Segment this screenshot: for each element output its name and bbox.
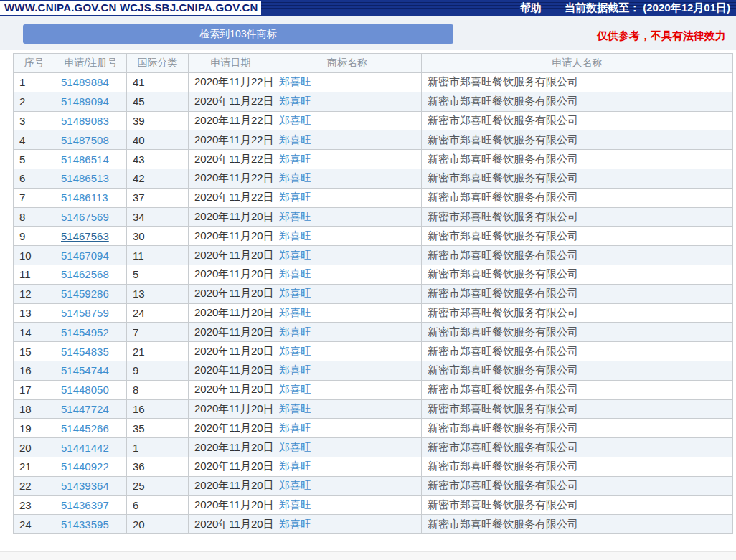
mark-name-link[interactable]: 郑喜旺 bbox=[279, 383, 311, 395]
reg-number-link[interactable]: 51489884 bbox=[61, 76, 109, 88]
table-row: 2 51489094 45 2020年11月22日 郑喜旺 新密市郑喜旺餐饮服务… bbox=[14, 92, 733, 111]
reg-number-link[interactable]: 51454835 bbox=[61, 346, 109, 358]
mark-name-link[interactable]: 郑喜旺 bbox=[279, 75, 311, 87]
reg-number-link[interactable]: 51441442 bbox=[61, 442, 109, 454]
results-band: 检索到103件商标 仅供参考，不具有法律效力 bbox=[0, 16, 736, 50]
mark-name-cell: 郑喜旺 bbox=[273, 265, 422, 284]
reg-number-link[interactable]: 51459286 bbox=[61, 288, 109, 300]
intl-class-cell: 36 bbox=[127, 457, 189, 476]
reg-number-link[interactable]: 51448050 bbox=[61, 384, 109, 396]
reg-number-link[interactable]: 51454952 bbox=[61, 326, 109, 338]
mark-name-cell: 郑喜旺 bbox=[273, 169, 422, 188]
mark-name-link[interactable]: 郑喜旺 bbox=[279, 153, 311, 165]
intl-class-cell: 16 bbox=[127, 399, 189, 419]
applicant-cell: 新密市郑喜旺餐饮服务有限公司 bbox=[422, 207, 733, 227]
mark-name-link[interactable]: 郑喜旺 bbox=[279, 518, 311, 530]
table-row: 20 51441442 1 2020年11月20日 郑喜旺 新密市郑喜旺餐饮服务… bbox=[14, 438, 733, 457]
reg-number-link[interactable]: 51439364 bbox=[61, 480, 109, 492]
mark-name-cell: 郑喜旺 bbox=[273, 92, 422, 111]
reg-number-link[interactable]: 51440922 bbox=[61, 460, 109, 473]
reg-number-link[interactable]: 51462568 bbox=[61, 268, 109, 280]
reg-number-link[interactable]: 51489083 bbox=[61, 115, 109, 127]
mark-name-link[interactable]: 郑喜旺 bbox=[279, 460, 311, 472]
intl-class-cell: 37 bbox=[127, 188, 189, 207]
index-cell: 21 bbox=[14, 457, 55, 476]
mark-name-cell: 郑喜旺 bbox=[273, 361, 422, 380]
app-date-cell: 2020年11月22日 bbox=[189, 150, 273, 169]
help-link[interactable]: 帮助 bbox=[520, 1, 542, 15]
mark-name-link[interactable]: 郑喜旺 bbox=[279, 326, 311, 338]
mark-name-link[interactable]: 郑喜旺 bbox=[279, 114, 311, 126]
reg-number-link[interactable]: 51445266 bbox=[61, 422, 109, 435]
reg-number-link[interactable]: 51447724 bbox=[61, 403, 109, 415]
applicant-cell: 新密市郑喜旺餐饮服务有限公司 bbox=[422, 73, 733, 92]
mark-name-link[interactable]: 郑喜旺 bbox=[279, 210, 311, 222]
reg-number-link[interactable]: 51467094 bbox=[61, 250, 109, 262]
table-row: 17 51448050 8 2020年11月20日 郑喜旺 新密市郑喜旺餐饮服务… bbox=[14, 380, 733, 399]
app-date-cell: 2020年11月22日 bbox=[189, 188, 273, 207]
table-row: 14 51454952 7 2020年11月20日 郑喜旺 新密市郑喜旺餐饮服务… bbox=[14, 323, 733, 342]
app-date-cell: 2020年11月20日 bbox=[189, 438, 273, 457]
index-cell: 13 bbox=[14, 303, 55, 323]
reg-number-link[interactable]: 51489094 bbox=[61, 95, 109, 108]
intl-class-cell: 20 bbox=[127, 515, 189, 534]
mark-name-link[interactable]: 郑喜旺 bbox=[279, 287, 311, 299]
intl-class-cell: 5 bbox=[127, 265, 189, 284]
app-date-cell: 2020年11月20日 bbox=[189, 303, 273, 323]
table-row: 9 51467563 30 2020年11月20日 郑喜旺 新密市郑喜旺餐饮服务… bbox=[14, 227, 733, 246]
table-row: 4 51487508 40 2020年11月22日 郑喜旺 新密市郑喜旺餐饮服务… bbox=[14, 130, 733, 150]
index-cell: 22 bbox=[14, 476, 55, 495]
mark-name-link[interactable]: 郑喜旺 bbox=[279, 441, 311, 453]
mark-name-cell: 郑喜旺 bbox=[273, 111, 422, 130]
mark-name-link[interactable]: 郑喜旺 bbox=[279, 364, 311, 376]
mark-name-link[interactable]: 郑喜旺 bbox=[279, 133, 311, 146]
mark-name-cell: 郑喜旺 bbox=[273, 130, 422, 150]
mark-name-link[interactable]: 郑喜旺 bbox=[279, 306, 311, 318]
mark-name-link[interactable]: 郑喜旺 bbox=[279, 191, 311, 203]
mark-name-link[interactable]: 郑喜旺 bbox=[279, 249, 311, 261]
reg-number-link[interactable]: 51487508 bbox=[61, 134, 109, 146]
applicant-cell: 新密市郑喜旺餐饮服务有限公司 bbox=[422, 380, 733, 399]
reg-number-cell: 51486513 bbox=[55, 169, 127, 188]
intl-class-cell: 43 bbox=[127, 150, 189, 169]
reg-number-link[interactable]: 51486113 bbox=[61, 191, 108, 204]
reg-number-link[interactable]: 51454744 bbox=[61, 364, 109, 376]
app-date-cell: 2020年11月22日 bbox=[189, 92, 273, 111]
reg-number-link[interactable]: 51433595 bbox=[61, 518, 109, 531]
table-row: 8 51467569 34 2020年11月20日 郑喜旺 新密市郑喜旺餐饮服务… bbox=[14, 207, 733, 227]
mark-name-cell: 郑喜旺 bbox=[273, 380, 422, 399]
mark-name-cell: 郑喜旺 bbox=[273, 303, 422, 323]
reg-number-link[interactable]: 51467563 bbox=[61, 230, 109, 242]
mark-name-link[interactable]: 郑喜旺 bbox=[279, 498, 311, 511]
applicant-cell: 新密市郑喜旺餐饮服务有限公司 bbox=[422, 495, 733, 515]
mark-name-link[interactable]: 郑喜旺 bbox=[279, 171, 311, 184]
app-date-cell: 2020年11月20日 bbox=[189, 457, 273, 476]
index-cell: 16 bbox=[14, 361, 55, 380]
applicant-cell: 新密市郑喜旺餐饮服务有限公司 bbox=[422, 188, 733, 207]
applicant-cell: 新密市郑喜旺餐饮服务有限公司 bbox=[422, 303, 733, 323]
intl-class-cell: 34 bbox=[127, 207, 189, 227]
intl-class-cell: 39 bbox=[127, 111, 189, 130]
applicant-cell: 新密市郑喜旺餐饮服务有限公司 bbox=[422, 323, 733, 342]
mark-name-link[interactable]: 郑喜旺 bbox=[279, 402, 311, 414]
mark-name-link[interactable]: 郑喜旺 bbox=[279, 267, 311, 280]
reg-number-link[interactable]: 51458759 bbox=[61, 307, 109, 319]
reg-number-link[interactable]: 51436397 bbox=[61, 499, 109, 511]
reg-number-cell: 51459286 bbox=[55, 284, 127, 303]
mark-name-cell: 郑喜旺 bbox=[273, 476, 422, 495]
app-date-cell: 2020年11月20日 bbox=[189, 342, 273, 361]
mark-name-link[interactable]: 郑喜旺 bbox=[279, 422, 311, 434]
reg-number-link[interactable]: 51486514 bbox=[61, 153, 109, 166]
mark-name-link[interactable]: 郑喜旺 bbox=[279, 95, 311, 107]
mark-name-link[interactable]: 郑喜旺 bbox=[279, 229, 311, 242]
table-row: 23 51436397 6 2020年11月20日 郑喜旺 新密市郑喜旺餐饮服务… bbox=[14, 495, 733, 515]
mark-name-cell: 郑喜旺 bbox=[273, 246, 422, 265]
reg-number-link[interactable]: 51486513 bbox=[61, 172, 109, 184]
reg-number-cell: 51489083 bbox=[55, 111, 127, 130]
reg-number-link[interactable]: 51467569 bbox=[61, 211, 109, 223]
mark-name-link[interactable]: 郑喜旺 bbox=[279, 479, 311, 491]
mark-name-cell: 郑喜旺 bbox=[273, 495, 422, 515]
reg-number-cell: 51440922 bbox=[55, 457, 127, 476]
index-cell: 5 bbox=[14, 150, 55, 169]
mark-name-link[interactable]: 郑喜旺 bbox=[279, 345, 311, 357]
